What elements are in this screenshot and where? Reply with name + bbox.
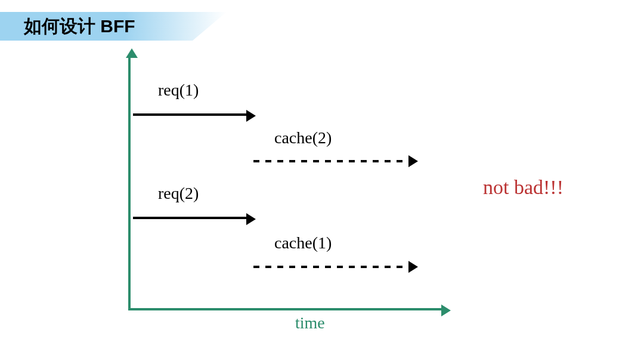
label-cache2: cache(2) <box>274 128 332 147</box>
label-req1: req(1) <box>158 81 199 100</box>
diagram: time req(1) cache(2) req(2) cache(1) <box>128 57 450 325</box>
label-req2: req(2) <box>158 184 199 203</box>
x-axis-label: time <box>295 313 325 333</box>
arrow-cache2 <box>253 160 408 162</box>
y-axis <box>128 57 131 310</box>
callout-notbad: not bad!!! <box>483 176 564 199</box>
x-axis <box>128 308 441 310</box>
arrow-req2 <box>133 217 246 219</box>
label-cache1: cache(1) <box>274 233 332 253</box>
arrow-req1 <box>133 113 246 116</box>
slide-title: 如何设计 BFF <box>0 12 227 41</box>
arrow-cache1 <box>253 266 408 268</box>
